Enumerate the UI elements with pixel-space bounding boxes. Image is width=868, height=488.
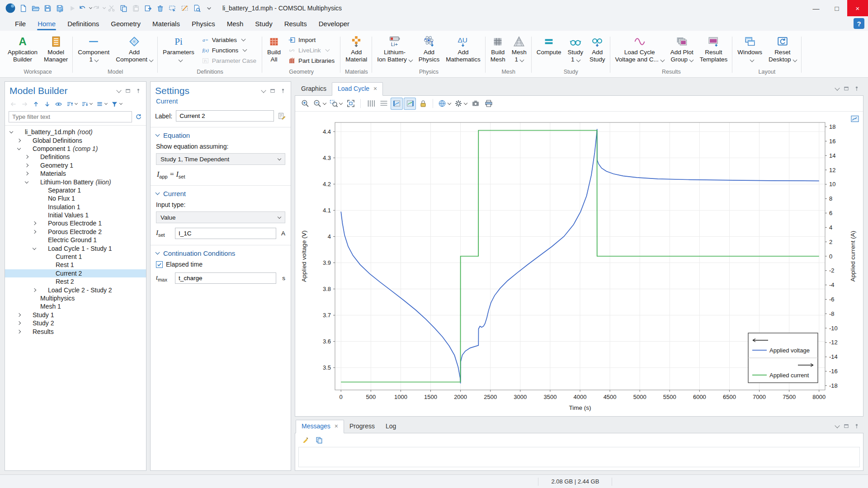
tree-node-load-cycle-2---study-2[interactable]: Load Cycle 2 - Study 2 xyxy=(5,286,146,294)
menu-file[interactable]: File xyxy=(9,18,32,30)
print-icon[interactable] xyxy=(482,98,495,110)
pin-icon[interactable] xyxy=(854,423,860,429)
nav-forward-icon[interactable] xyxy=(21,100,28,108)
tree-expander-icon[interactable] xyxy=(31,222,38,225)
equation-assumption-dropdown[interactable]: Study 1, Time Dependent xyxy=(156,153,285,165)
chevron-down-icon[interactable] xyxy=(835,85,840,90)
tree-node-separator-1[interactable]: Separator 1 xyxy=(5,186,146,194)
tree-node-electric-ground-1[interactable]: Electric Ground 1 xyxy=(5,236,146,244)
plot-window-icon[interactable] xyxy=(850,114,859,123)
ribbon-windows--button[interactable]: Windows xyxy=(734,32,765,68)
chevron-down-icon[interactable] xyxy=(261,88,266,93)
tree-node-mesh-1[interactable]: Mesh 1 xyxy=(5,302,146,310)
zoom-in-icon[interactable] xyxy=(299,98,311,110)
label-input[interactable] xyxy=(176,110,274,122)
ribbon-model-manager-button[interactable]: ModelManager xyxy=(41,32,71,68)
tree-expander-icon[interactable] xyxy=(15,139,22,142)
refresh-icon[interactable] xyxy=(135,113,142,121)
grid-x-icon[interactable] xyxy=(377,98,390,110)
tree-node-rest-1[interactable]: Rest 1 xyxy=(5,261,146,269)
tree-expander-icon[interactable] xyxy=(23,172,30,175)
cut-icon[interactable] xyxy=(105,2,118,14)
run-icon[interactable] xyxy=(66,2,78,14)
preview-document-icon[interactable] xyxy=(191,2,203,14)
menu-materials[interactable]: Materials xyxy=(146,18,186,30)
close-tab-icon[interactable]: × xyxy=(335,422,338,430)
ribbon-parameter-case-button[interactable]: PiParameter Case xyxy=(199,56,259,66)
tree-node-results[interactable]: Results xyxy=(5,327,146,335)
axis-right-toggle-icon[interactable] xyxy=(404,98,416,110)
float-window-icon[interactable] xyxy=(843,423,849,429)
tree-node-component-1[interactable]: Component 1(comp 1) xyxy=(5,145,146,153)
save-as-icon[interactable] xyxy=(54,2,66,14)
paste-icon[interactable] xyxy=(130,2,142,14)
help-button[interactable]: ? xyxy=(854,18,864,29)
copy-icon[interactable] xyxy=(118,2,130,14)
scene-options-icon[interactable] xyxy=(437,98,452,110)
save-icon[interactable] xyxy=(42,2,54,14)
select-box-icon[interactable] xyxy=(166,2,179,14)
tree-node-study-1[interactable]: Study 1 xyxy=(5,311,146,319)
equation-section-header[interactable]: Equation xyxy=(156,131,285,139)
minimize-button[interactable]: — xyxy=(806,0,826,16)
ribbon-add-mathematics-button[interactable]: ΔUAddMathematics xyxy=(443,32,484,68)
tree-node-materials[interactable]: Materials xyxy=(5,169,146,178)
ribbon-build-all-button[interactable]: BuildAll xyxy=(264,32,284,68)
messages-tab-progress[interactable]: Progress xyxy=(344,420,380,433)
tree-node-current-1[interactable]: Current 1 xyxy=(5,253,146,261)
tree-node-global-definitions[interactable]: Global Definitions xyxy=(5,136,146,144)
tree-node-porous-electrode-2[interactable]: Porous Electrode 2 xyxy=(5,228,146,236)
delete-icon[interactable] xyxy=(154,2,166,14)
ribbon-add-material-button[interactable]: AddMaterial xyxy=(342,32,370,68)
tree-expander-icon[interactable] xyxy=(23,181,30,183)
plot-settings-icon[interactable] xyxy=(453,98,468,110)
continuation-section-header[interactable]: Continuation Conditions xyxy=(156,249,285,257)
messages-tab-log[interactable]: Log xyxy=(380,420,401,433)
menu-results[interactable]: Results xyxy=(278,18,313,30)
tree-expander-icon[interactable] xyxy=(8,131,14,133)
menu-study[interactable]: Study xyxy=(249,18,278,30)
ribbon-mesh-1-button[interactable]: Mesh1 xyxy=(509,32,530,68)
close-button[interactable]: × xyxy=(847,0,868,16)
close-tab-icon[interactable]: × xyxy=(373,85,377,92)
ribbon-component-1-button[interactable]: Component1 xyxy=(75,32,113,68)
ribbon-parameters--button[interactable]: PiParameters xyxy=(160,32,198,68)
zoom-select-icon[interactable] xyxy=(328,98,344,110)
tree-node-porous-electrode-1[interactable]: Porous Electrode 1 xyxy=(5,219,146,227)
maximize-button[interactable]: □ xyxy=(826,0,847,16)
tree-node-no-flux-1[interactable]: No Flux 1 xyxy=(5,194,146,202)
clear-selection-icon[interactable] xyxy=(179,2,191,14)
toolbar-overflow-icon[interactable] xyxy=(203,2,215,14)
ribbon-add-physics-button[interactable]: AddPhysics xyxy=(415,32,443,68)
ribbon-addplot-group-button[interactable]: Add PlotGroup xyxy=(667,32,697,68)
tree-node-lithium-ion-battery[interactable]: Lithium-Ion Battery(liion) xyxy=(5,178,146,186)
tree-node-insulation-1[interactable]: Insulation 1 xyxy=(5,203,146,211)
tree-expander-icon[interactable] xyxy=(15,322,22,324)
msg-copy-icon[interactable] xyxy=(313,434,325,446)
graphics-tab-graphics[interactable]: Graphics xyxy=(296,82,332,95)
label-reference-icon[interactable] xyxy=(278,112,286,120)
menu-developer[interactable]: Developer xyxy=(313,18,355,30)
pin-icon[interactable] xyxy=(280,88,286,94)
ribbon-loadcycle-voltageandc-button[interactable]: Load CycleVoltage and C... xyxy=(612,32,667,68)
msg-clear-icon[interactable] xyxy=(299,434,311,446)
move-up-icon[interactable] xyxy=(32,100,40,108)
tree-expander-icon[interactable] xyxy=(15,330,22,333)
ribbon-compute--button[interactable]: Compute xyxy=(533,32,565,68)
lock-axes-icon[interactable] xyxy=(417,98,429,110)
menu-definitions[interactable]: Definitions xyxy=(61,18,105,30)
menu-physics[interactable]: Physics xyxy=(186,18,221,30)
ribbon-part-libraries-button[interactable]: Part Libraries xyxy=(286,56,337,66)
float-window-icon[interactable] xyxy=(269,88,276,94)
ribbon-functions-button[interactable]: f(x)Functions xyxy=(199,46,259,55)
undo-icon[interactable] xyxy=(78,2,92,14)
tree-node-rest-2[interactable]: Rest 2 xyxy=(5,277,146,286)
tree-expander-icon[interactable] xyxy=(23,155,30,158)
pin-icon[interactable] xyxy=(135,88,142,94)
graphics-tab-load-cycle[interactable]: Load Cycle× xyxy=(332,82,383,96)
ribbon-lithium--ionbattery-button[interactable]: Li+Lithium-Ion Battery xyxy=(374,32,415,68)
tree-node-study-2[interactable]: Study 2 xyxy=(5,319,146,327)
zoom-extents-icon[interactable] xyxy=(344,98,357,110)
tree-expander-icon[interactable] xyxy=(31,248,38,249)
tree-node-li_battery_1d.mph[interactable]: li_battery_1d.mph(root) xyxy=(5,128,146,136)
